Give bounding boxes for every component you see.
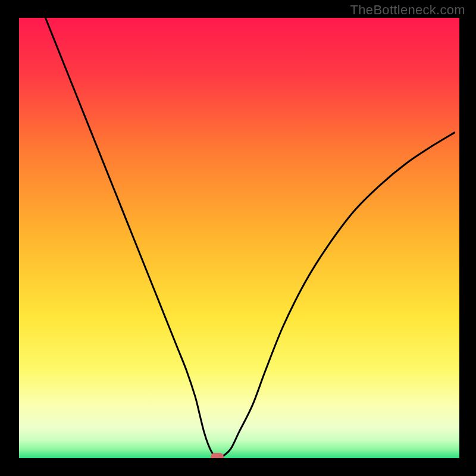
bottleneck-curve-path [45, 18, 455, 458]
chart-frame: TheBottleneck.com [0, 0, 476, 476]
minimum-marker [211, 453, 224, 458]
watermark-text: TheBottleneck.com [350, 2, 465, 18]
plot-area [19, 18, 459, 458]
curve-svg [19, 18, 459, 458]
